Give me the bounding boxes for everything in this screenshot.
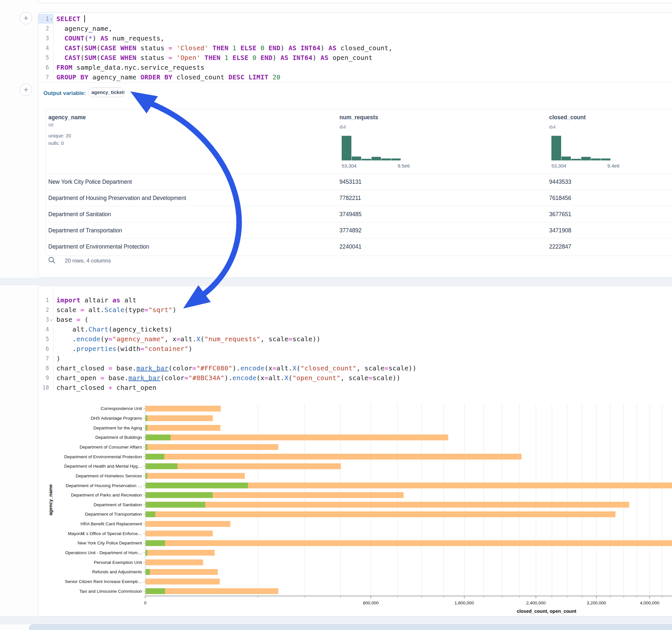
closed-count-bar[interactable] — [146, 454, 522, 460]
open-count-bar[interactable] — [146, 415, 147, 421]
code-line[interactable]: 2 agency_name, — [38, 24, 672, 33]
gutter-divider — [53, 13, 53, 82]
closed-count-bar[interactable] — [146, 415, 213, 421]
histogram-bar — [391, 159, 401, 161]
hist-min-label: 53,304 — [342, 163, 357, 169]
code-line[interactable]: 4 alt.Chart(agency_tickets) — [38, 324, 672, 334]
output-variable-input[interactable]: agency_tickets — [88, 88, 125, 97]
fold-chevron-icon[interactable]: ∨ — [50, 315, 52, 325]
line-number: 7 — [38, 354, 49, 363]
table-row[interactable]: Department of Housing Preservation and D… — [46, 190, 672, 206]
open-count-bar[interactable] — [146, 540, 165, 546]
add-cell-button[interactable]: + — [20, 83, 32, 96]
closed-count-bar[interactable] — [146, 531, 213, 536]
cell-agency-name: Department of Environmental Protection — [48, 239, 149, 255]
cell-gap — [0, 278, 672, 286]
code-line[interactable]: 1import altair as alt — [38, 295, 672, 305]
line-number: 2 — [38, 305, 49, 315]
code-line[interactable]: 6FROM sample_data.nyc.service_requests — [38, 63, 672, 72]
open-count-bar[interactable] — [146, 569, 150, 575]
table-row[interactable]: Department of Environmental Protection22… — [46, 238, 672, 255]
histogram-bar — [371, 157, 381, 161]
closed-count-bar[interactable] — [146, 540, 672, 546]
open-count-bar[interactable] — [146, 454, 164, 460]
code-line[interactable]: 5 CAST(SUM(CASE WHEN status = 'Open' THE… — [38, 53, 672, 63]
line-number: 5 — [38, 334, 49, 344]
hist-max-label: 9.4e6 — [607, 163, 620, 169]
code-line[interactable]: 2scale = alt.Scale(type="sqrt") — [38, 305, 672, 315]
code-line[interactable]: 4 CAST(SUM(CASE WHEN status = 'Closed' T… — [38, 43, 672, 53]
closed-count-bar[interactable] — [146, 550, 215, 556]
closed-count-bar[interactable] — [146, 435, 448, 440]
table-row[interactable]: Department of Transportation377489234719… — [46, 222, 672, 239]
open-count-bar[interactable] — [146, 444, 147, 450]
y-tick-label: Personal Exemption Unit — [94, 560, 142, 565]
open-count-bar[interactable] — [146, 473, 147, 479]
cell-closed-count: 3677651 — [549, 206, 571, 222]
line-number: 5 — [38, 53, 49, 63]
closed-count-histogram — [551, 136, 610, 161]
code-text: COUNT(*) AS num_requests, — [56, 33, 164, 43]
line-number: 4 — [38, 324, 49, 334]
code-line[interactable]: 1∨SELECT — [38, 14, 672, 24]
column-name: closed_count — [549, 114, 586, 121]
code-line[interactable]: 6 .properties(width="container") — [38, 344, 672, 354]
closed-count-bar[interactable] — [146, 425, 220, 431]
open-count-bar[interactable] — [146, 463, 177, 469]
y-tick-label: Department of Transportation — [85, 512, 142, 516]
python-code-editor[interactable]: 1import altair as alt2scale = alt.Scale(… — [38, 295, 672, 392]
code-line[interactable]: 3 COUNT(*) AS num_requests, — [38, 33, 672, 43]
code-line[interactable]: 7) — [38, 354, 672, 363]
sql-code-editor[interactable]: 1∨SELECT 2 agency_name,3 COUNT(*) AS num… — [38, 14, 672, 83]
cell-closed-count: 3471908 — [549, 222, 571, 239]
cell-agency-name: New York City Police Department — [48, 174, 132, 190]
previous-cell-edge — [38, 0, 672, 3]
column-type: i64 — [549, 124, 556, 130]
next-cell-collapsed-bar[interactable] — [29, 625, 672, 630]
code-line[interactable]: 5 .encode(y="agency_name", x=alt.X("num_… — [38, 334, 672, 344]
code-line[interactable]: 10chart_closed + chart_open — [38, 383, 672, 392]
open-count-bar[interactable] — [146, 502, 205, 508]
open-count-bar[interactable] — [146, 425, 147, 431]
y-tick-label: Department of Homeless Services — [75, 474, 142, 478]
open-count-bar[interactable] — [146, 435, 170, 440]
code-line[interactable]: 3∨base = ( — [38, 315, 672, 324]
y-tick-label: Operations Unit - Department of Hom… — [65, 550, 142, 555]
closed-count-bar[interactable] — [146, 559, 203, 565]
column-header-agency-name[interactable]: agency_name str unique: 20 nulls: 0 — [48, 114, 86, 147]
table-row[interactable]: New York City Police Department945313194… — [46, 173, 672, 190]
notebook-page: + + 1∨SELECT 2 agency_name,3 COUNT(*) AS… — [0, 0, 672, 630]
y-tick-label: HRA Benefit Card Replacement — [80, 522, 142, 526]
add-cell-button[interactable]: + — [20, 12, 32, 24]
closed-count-bar[interactable] — [146, 579, 220, 585]
table-row[interactable]: Department of Sanitation37494853677651 — [46, 206, 672, 222]
code-line[interactable]: 8chart_closed = base.mark_bar(color="#FF… — [38, 363, 672, 373]
open-count-bar[interactable] — [146, 588, 165, 594]
code-line[interactable]: 7GROUP BY agency_name ORDER BY closed_co… — [38, 72, 672, 82]
histogram-bar — [342, 136, 352, 161]
closed-count-bar[interactable] — [146, 502, 629, 508]
y-tick-label: New York City Police Department — [77, 540, 142, 546]
open-count-bar[interactable] — [146, 511, 155, 517]
y-tick-label: Department of Environmental Protection — [64, 454, 142, 459]
code-text: base = ( — [56, 315, 89, 324]
open-count-bar[interactable] — [146, 483, 248, 488]
search-icon[interactable] — [48, 256, 56, 264]
line-number: 1 — [38, 14, 49, 24]
code-line[interactable]: 9chart_open = base.mark_bar(color="#8BC3… — [38, 373, 672, 383]
closed-count-bar[interactable] — [146, 511, 616, 517]
line-number: 6 — [38, 63, 49, 72]
fold-chevron-icon[interactable]: ∨ — [50, 14, 52, 24]
line-number: 6 — [38, 344, 49, 354]
closed-count-bar[interactable] — [146, 588, 278, 594]
y-tick-label: Correspondence Unit — [100, 406, 142, 411]
open-count-bar[interactable] — [146, 492, 213, 498]
closed-count-bar[interactable] — [146, 406, 221, 412]
column-type: str — [48, 122, 86, 127]
closed-count-bar[interactable] — [146, 444, 278, 450]
closed-count-bar[interactable] — [146, 569, 218, 575]
cell-num-requests: 3774892 — [339, 222, 361, 239]
open-count-bar[interactable] — [146, 550, 147, 556]
closed-count-bar[interactable] — [146, 521, 231, 527]
closed-count-bar[interactable] — [146, 473, 245, 479]
